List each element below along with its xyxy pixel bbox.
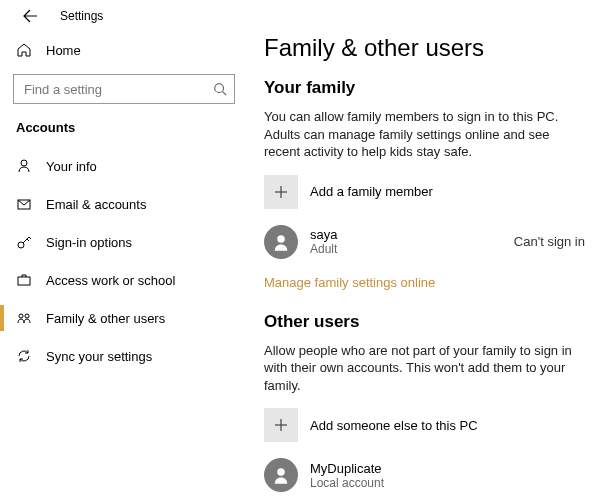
svg-point-7 [25,314,29,318]
briefcase-icon [16,272,32,288]
add-other-user-button[interactable]: Add someone else to this PC [264,408,585,442]
sidebar-item-label: Access work or school [46,273,175,288]
family-description: You can allow family members to sign in … [264,108,585,161]
other-user-role: Local account [310,476,585,490]
add-other-label: Add someone else to this PC [310,418,478,433]
add-family-label: Add a family member [310,184,433,199]
other-user-name: MyDuplicate [310,461,585,476]
sidebar-item-label: Sync your settings [46,349,152,364]
key-icon [16,234,32,250]
family-member-status: Can't sign in [514,234,585,249]
window-title: Settings [60,9,103,23]
search-container [13,74,235,104]
sidebar-item-family-other-users[interactable]: Family & other users [0,299,248,337]
back-button[interactable] [14,0,46,32]
svg-rect-5 [18,277,30,285]
sync-icon [16,348,32,364]
avatar [264,225,298,259]
family-member-row[interactable]: saya Adult Can't sign in [264,225,585,259]
mail-icon [16,196,32,212]
add-family-member-button[interactable]: Add a family member [264,175,585,209]
family-member-info: saya Adult [310,227,514,256]
person-icon [16,158,32,174]
family-heading: Your family [264,78,585,98]
manage-family-link[interactable]: Manage family settings online [264,275,435,290]
svg-line-1 [223,92,227,96]
main-panel: Family & other users Your family You can… [248,32,607,500]
avatar [264,458,298,492]
sidebar-item-sign-in-options[interactable]: Sign-in options [0,223,248,261]
sidebar-item-label: Sign-in options [46,235,132,250]
svg-point-2 [21,160,27,166]
family-member-role: Adult [310,242,514,256]
other-user-info: MyDuplicate Local account [310,461,585,490]
home-icon [16,42,32,58]
sidebar-item-label: Family & other users [46,311,165,326]
sidebar-item-email-accounts[interactable]: Email & accounts [0,185,248,223]
page-title: Family & other users [264,34,585,62]
window-header: Settings [0,0,607,32]
plus-icon [264,408,298,442]
family-member-name: saya [310,227,514,242]
home-button[interactable]: Home [0,32,248,68]
svg-point-6 [19,314,23,318]
sidebar-item-label: Email & accounts [46,197,146,212]
svg-point-0 [215,84,224,93]
search-icon [213,82,227,96]
other-user-row[interactable]: MyDuplicate Local account [264,458,585,492]
svg-point-10 [277,235,285,243]
other-users-description: Allow people who are not part of your fa… [264,342,585,395]
arrow-left-icon [22,8,38,24]
category-header: Accounts [0,116,248,147]
svg-point-13 [277,468,285,476]
home-label: Home [46,43,81,58]
content-area: Home Accounts Your info Email & accounts… [0,32,607,500]
people-icon [16,310,32,326]
sidebar-item-sync-settings[interactable]: Sync your settings [0,337,248,375]
sidebar-item-your-info[interactable]: Your info [0,147,248,185]
plus-icon [264,175,298,209]
other-users-heading: Other users [264,312,585,332]
sidebar: Home Accounts Your info Email & accounts… [0,32,248,500]
sidebar-item-label: Your info [46,159,97,174]
sidebar-item-access-work-school[interactable]: Access work or school [0,261,248,299]
search-input[interactable] [13,74,235,104]
